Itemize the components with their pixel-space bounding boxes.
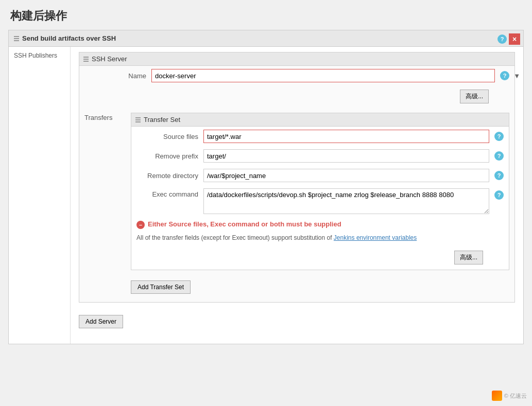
transfers-label: Transfers <box>79 109 126 302</box>
name-dropdown-arrow[interactable]: ▼ <box>513 72 520 80</box>
close-button[interactable]: × <box>509 33 520 45</box>
ssh-server-section: SSH Server Name ▼ ? 高级... Transfers <box>79 52 515 303</box>
add-transfer-set-btn[interactable]: Add Transfer Set <box>131 280 191 294</box>
error-block: – Either Source files, Exec command or b… <box>131 217 509 231</box>
add-server-btn[interactable]: Add Server <box>79 315 123 328</box>
transfer-set-section: Transfer Set Source files ? Remove prefi… <box>131 113 509 270</box>
panel-header: Send build artifacts over SSH <box>9 30 523 47</box>
source-files-label: Source files <box>136 133 198 140</box>
info-text-prefix: All of the transfer fields (except for E… <box>136 234 334 241</box>
ssh-server-drag-handle <box>83 57 89 62</box>
source-files-help-icon[interactable]: ? <box>494 132 504 141</box>
transfer-set-advanced-btn[interactable]: 高级... <box>454 251 483 264</box>
transfer-set-drag-handle <box>135 117 141 122</box>
error-icon: – <box>136 221 145 229</box>
ssh-publishers-label: SSH Publishers <box>14 52 57 59</box>
jenkins-env-link[interactable]: Jenkins environment variables <box>334 234 417 241</box>
source-files-row: Source files ? <box>131 127 509 146</box>
name-input[interactable] <box>151 69 495 82</box>
name-label: Name <box>84 72 146 80</box>
source-files-input[interactable] <box>203 130 489 143</box>
transfers-section: Transfers Transfer Set Source <box>79 109 514 302</box>
exec-command-input[interactable]: /data/dockerfiles/scripts/devop.sh $proj… <box>203 188 489 214</box>
remove-prefix-row: Remove prefix ? <box>131 146 509 166</box>
exec-command-row: Exec command /data/dockerfiles/scripts/d… <box>131 185 509 217</box>
watermark-logo <box>492 391 502 401</box>
remote-directory-help-icon[interactable]: ? <box>494 171 504 180</box>
watermark: © 亿速云 <box>492 391 527 401</box>
remove-prefix-help-icon[interactable]: ? <box>494 151 504 161</box>
page-title: 构建后操作 <box>0 0 532 30</box>
remove-prefix-label: Remove prefix <box>136 152 198 160</box>
transfers-inner: Transfer Set Source files ? Remove prefi… <box>126 109 514 302</box>
remote-directory-input[interactable] <box>203 169 489 182</box>
exec-command-label: Exec command <box>136 188 198 198</box>
content-area: SSH Server Name ▼ ? 高级... Transfers <box>71 47 523 344</box>
panel-help-icon[interactable]: ? <box>497 34 507 44</box>
ssh-server-advanced-btn[interactable]: 高级... <box>460 90 489 103</box>
panel-header-title: Send build artifacts over SSH <box>22 34 116 42</box>
name-help-icon[interactable]: ? <box>500 71 509 80</box>
sidebar: SSH Publishers <box>9 47 71 344</box>
exec-command-help-icon[interactable]: ? <box>494 190 504 200</box>
ssh-server-header: SSH Server <box>79 52 514 66</box>
name-row: Name ▼ ? <box>79 66 514 85</box>
transfer-set-title: Transfer Set <box>144 116 180 123</box>
remote-directory-label: Remote directory <box>136 172 198 180</box>
transfer-set-header: Transfer Set <box>131 113 509 127</box>
remove-prefix-input[interactable] <box>203 149 489 163</box>
panel-body: SSH Publishers SSH Server Name ▼ ? <box>9 47 523 344</box>
watermark-text: © 亿速云 <box>504 392 527 400</box>
main-panel: Send build artifacts over SSH × ? SSH Pu… <box>8 30 524 344</box>
remote-directory-row: Remote directory ? <box>131 166 509 185</box>
info-text: All of the transfer fields (except for E… <box>131 231 509 246</box>
error-text: Either Source files, Exec command or bot… <box>148 220 341 228</box>
ssh-server-title: SSH Server <box>92 55 127 63</box>
drag-handle <box>14 36 19 41</box>
